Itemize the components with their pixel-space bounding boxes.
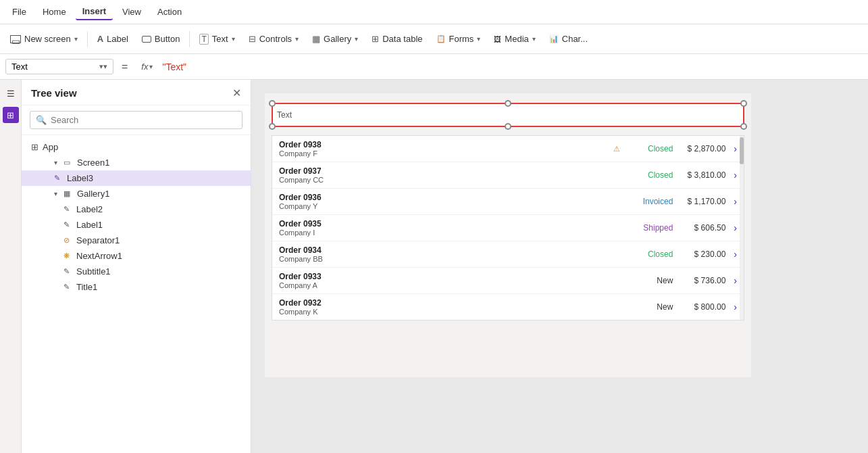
- controls-icon: ⊟: [249, 34, 256, 44]
- row-status-6: New: [626, 302, 673, 312]
- label2-icon: ✎: [63, 205, 70, 214]
- menu-home[interactable]: Home: [36, 4, 73, 20]
- fx-button[interactable]: fx ▾: [136, 59, 158, 74]
- handle-tl[interactable]: [269, 100, 276, 107]
- tree-item-label2[interactable]: ✎ Label2: [22, 201, 251, 217]
- media-icon: 🖼: [494, 35, 501, 43]
- tree-item-subtitle1[interactable]: ✎ Subtitle1: [22, 264, 251, 279]
- gallery-row[interactable]: Order 0934 Company BB Closed $ 230.00 ›: [272, 241, 744, 268]
- canvas-area: Text Order 0938 Company F ⚠ Closed $ 2,8…: [251, 80, 868, 453]
- row-amount-4: $ 230.00: [678, 249, 725, 259]
- row-left-4: Order 0934 Company BB: [279, 245, 620, 263]
- chart-icon: 📊: [549, 34, 559, 43]
- row-arrow-6[interactable]: ›: [734, 302, 737, 312]
- menu-action[interactable]: Action: [151, 4, 188, 20]
- tree-search-box[interactable]: 🔍: [30, 111, 242, 129]
- row-amount-1: $ 3,810.00: [678, 170, 725, 180]
- tree-content: ⊞ App ▾ ▭ Screen1 ✎ Label3 ▾ ▦ Gall: [22, 135, 251, 453]
- row-arrow-4[interactable]: ›: [734, 249, 737, 260]
- gallery-row[interactable]: Order 0933 Company A New $ 736.00 ›: [272, 268, 744, 294]
- tree-panel: Tree view ✕ 🔍 ⊞ App ▾ ▭ Screen1: [22, 80, 251, 453]
- selected-label-element[interactable]: Text: [272, 103, 744, 127]
- controls-button[interactable]: ⊟ Controls: [242, 30, 305, 47]
- row-arrow-3[interactable]: ›: [734, 222, 737, 233]
- row-left-5: Order 0933 Company A: [279, 272, 620, 289]
- row-status-5: New: [626, 276, 673, 285]
- scrollbar[interactable]: [740, 136, 744, 320]
- search-icon: 🔍: [36, 115, 47, 125]
- row-left-3: Order 0935 Company I: [279, 219, 620, 237]
- label3-icon: ✎: [54, 174, 60, 183]
- tree-item-title1[interactable]: ✎ Title1: [22, 279, 251, 295]
- forms-icon: 📋: [436, 34, 446, 43]
- datatable-button[interactable]: ⊞ Data table: [365, 30, 428, 47]
- tree-item-label3[interactable]: ✎ Label3: [22, 170, 251, 186]
- button-button[interactable]: Button: [136, 30, 186, 47]
- text-chevron: [232, 35, 235, 43]
- menu-view[interactable]: View: [116, 4, 148, 20]
- gallery-row[interactable]: Order 0936 Company Y Invoiced $ 1,170.00…: [272, 189, 744, 215]
- row-order-2: Order 0936: [279, 193, 620, 202]
- separator1-icon: ⊘: [63, 236, 70, 245]
- datatable-icon: ⊞: [372, 34, 379, 44]
- new-screen-button[interactable]: New screen: [4, 30, 84, 47]
- gallery-row[interactable]: Order 0935 Company I Shipped $ 606.50 ›: [272, 215, 744, 241]
- row-company-5: Company A: [279, 281, 620, 289]
- search-input[interactable]: [51, 115, 236, 125]
- tree-search-area: 🔍: [22, 105, 251, 135]
- gallery-row[interactable]: Order 0937 Company CC Closed $ 3,810.00 …: [272, 162, 744, 189]
- tree-item-separator1[interactable]: ⊘ Separator1: [22, 233, 251, 248]
- button-icon: [142, 36, 151, 43]
- row-amount-2: $ 1,170.00: [678, 197, 725, 206]
- tree-close-button[interactable]: ✕: [232, 87, 241, 99]
- toolbar: New screen A Label Button T Text ⊟ Contr…: [0, 24, 868, 54]
- row-arrow-5[interactable]: ›: [734, 275, 737, 286]
- tree-header: Tree view ✕: [22, 80, 251, 105]
- text-icon: T: [199, 34, 208, 45]
- forms-button[interactable]: 📋 Forms: [430, 30, 487, 47]
- row-arrow-0[interactable]: ›: [734, 143, 737, 154]
- menubar: File Home Insert View Action: [0, 0, 868, 24]
- row-status-3: Shipped: [626, 223, 673, 233]
- main-layout: ☰ ⊞ Tree view ✕ 🔍 ⊞ App ▾ ▭ Scr: [0, 80, 868, 453]
- row-amount-5: $ 736.00: [678, 276, 725, 285]
- row-left-6: Order 0932 Company K: [279, 298, 620, 316]
- row-company-6: Company K: [279, 308, 620, 316]
- tree-item-app[interactable]: ⊞ App: [22, 139, 251, 155]
- gallery-list[interactable]: Order 0938 Company F ⚠ Closed $ 2,870.00…: [272, 135, 744, 320]
- row-arrow-1[interactable]: ›: [734, 170, 737, 181]
- gallery-button[interactable]: ▦ Gallery: [306, 30, 364, 47]
- forms-chevron: [477, 35, 480, 43]
- menu-file[interactable]: File: [5, 4, 33, 20]
- tree-item-label1[interactable]: ✎ Label1: [22, 217, 251, 233]
- handle-br[interactable]: [740, 123, 747, 130]
- label-button[interactable]: A Label: [91, 30, 134, 47]
- controls-chevron: [295, 35, 299, 43]
- row-company-4: Company BB: [279, 255, 620, 263]
- menu-insert[interactable]: Insert: [76, 3, 113, 20]
- handle-tm[interactable]: [505, 100, 511, 107]
- text-button[interactable]: T Text: [193, 30, 240, 48]
- handle-bl[interactable]: [269, 123, 276, 130]
- row-amount-6: $ 800.00: [678, 302, 725, 312]
- tree-item-screen1[interactable]: ▾ ▭ Screen1: [22, 155, 251, 170]
- chart-button[interactable]: 📊 Char...: [543, 30, 594, 47]
- new-screen-label: New screen: [24, 34, 71, 44]
- scrollbar-thumb[interactable]: [740, 137, 744, 164]
- tree-item-nextarrow1[interactable]: ❋ NextArrow1: [22, 248, 251, 264]
- handle-bm[interactable]: [505, 123, 511, 130]
- tree-title: Tree view: [31, 87, 77, 99]
- row-status-2: Invoiced: [626, 197, 673, 206]
- layers-icon[interactable]: ⊞: [3, 107, 19, 123]
- handle-tr[interactable]: [740, 100, 747, 107]
- gallery-row[interactable]: Order 0938 Company F ⚠ Closed $ 2,870.00…: [272, 136, 744, 162]
- formula-selector[interactable]: Text ▾: [5, 59, 113, 74]
- row-arrow-2[interactable]: ›: [734, 196, 737, 207]
- row-order-0: Order 0938: [279, 140, 608, 149]
- gallery-row[interactable]: Order 0932 Company K New $ 800.00 ›: [272, 294, 744, 320]
- media-button[interactable]: 🖼 Media: [488, 30, 541, 47]
- row-left-2: Order 0936 Company Y: [279, 193, 620, 210]
- hamburger-icon[interactable]: ☰: [3, 85, 19, 101]
- tree-item-gallery1[interactable]: ▾ ▦ Gallery1: [22, 186, 251, 201]
- row-status-1: Closed: [626, 170, 673, 180]
